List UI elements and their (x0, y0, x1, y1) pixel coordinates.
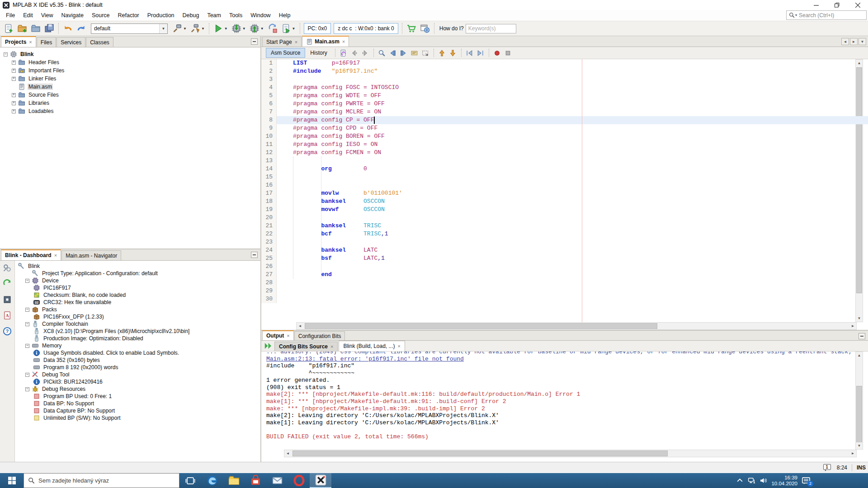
code-line[interactable]: 1LIST p=16F917 (261, 59, 868, 67)
tree-item-xc8-v2-10-d[interactable]: XC8 (v2.10) [D:\Program Files (x86)\Micr… (15, 328, 260, 335)
bm-prev-button[interactable] (437, 48, 447, 58)
rerun-build-icon[interactable] (264, 342, 273, 350)
expand-icon[interactable]: + (12, 61, 16, 65)
tree-item-loadables[interactable]: +Loadables (0, 107, 260, 115)
menu-tools[interactable]: Tools (225, 11, 246, 20)
scroll-tabs-left-button[interactable]: ◄ (841, 38, 849, 45)
keywords-input[interactable]: Keyword(s) (466, 24, 516, 33)
code-line[interactable]: 12#pragma config FCMEN = ON (261, 149, 868, 157)
prev-occ-button[interactable] (388, 48, 398, 58)
tab-editor-main-asm[interactable]: Main.asm× (302, 36, 349, 47)
tree-item-device[interactable]: −Device (15, 277, 260, 284)
taskbar-file-explorer[interactable] (223, 473, 245, 488)
tree-item-data-bp[interactable]: Data BP: No Support (15, 400, 260, 407)
configuration-select[interactable]: default▼ (91, 23, 168, 34)
tab-dashboard-main-asm-navigator[interactable]: Main.asm - Navigator (61, 250, 121, 260)
tree-item-debug-tool[interactable]: −Debug Tool (15, 371, 260, 378)
close-icon[interactable]: × (54, 253, 57, 258)
tray-chevron-icon[interactable] (736, 477, 744, 484)
code-line[interactable]: 23 (261, 238, 868, 246)
stop-button[interactable] (503, 48, 513, 58)
tree-item-header-files[interactable]: +Header Files (0, 58, 260, 66)
menu-source[interactable]: Source (88, 11, 114, 20)
tree-item-production-image[interactable]: Production Image: Optimization: Disabled (15, 335, 260, 342)
code-line[interactable]: 5#pragma config WDTE = OFF (261, 92, 868, 100)
expand-icon[interactable]: + (12, 109, 16, 113)
record-button[interactable] (492, 48, 502, 58)
dashboard-props-button[interactable] (3, 263, 12, 279)
bm-next-button[interactable] (448, 48, 458, 58)
menu-production[interactable]: Production (143, 11, 179, 20)
build-output-console[interactable]: ::: advisory: (2049) C99 compliant libra… (261, 352, 855, 450)
code-editor[interactable]: 1LIST p=16F9172#include "p16f917.inc"34#… (261, 59, 868, 322)
dashboard-window-button[interactable] (3, 295, 12, 311)
clock[interactable]: 16:39 10.04.2020 (771, 475, 797, 487)
clean-and-build-button[interactable]: ▼ (189, 22, 207, 35)
forward-button[interactable] (360, 48, 370, 58)
find-sel-button[interactable] (377, 48, 387, 58)
tree-item-program-8-192-0x2000-words[interactable]: Program 8 192 (0x2000) words (15, 364, 260, 371)
tree-item-packs[interactable]: −Packs (15, 306, 260, 313)
minimize-panel-button[interactable] (859, 333, 865, 339)
minimize-button[interactable] (806, 0, 826, 10)
code-line[interactable]: 19 movwf OSCCON (261, 206, 868, 214)
taskbar-mplab[interactable] (310, 473, 331, 488)
menu-help[interactable]: Help (275, 11, 295, 20)
code-line[interactable]: 6#pragma config PWRTE = OFF (261, 100, 868, 108)
open-project-button[interactable] (29, 22, 42, 35)
taskbar-search-input[interactable]: Sem zadejte hledaný výraz (24, 473, 179, 488)
tree-item-checksum[interactable]: Checksum: Blank, no code loaded (15, 291, 260, 299)
minimize-panel-button[interactable] (251, 252, 258, 258)
code-line[interactable]: 28 (261, 279, 868, 287)
code-line[interactable]: 11#pragma config IESO = ON (261, 141, 868, 149)
expand-icon[interactable]: + (12, 101, 16, 105)
close-button[interactable] (847, 0, 868, 10)
close-icon[interactable]: × (295, 40, 297, 44)
shift-left-button[interactable] (465, 48, 475, 58)
new-project-button[interactable] (15, 22, 29, 35)
taskbar-mail[interactable] (266, 473, 288, 488)
error-link[interactable]: Main.asm:2:13: fatal error: 'p16f917.inc… (266, 356, 855, 363)
next-occ-button[interactable] (399, 48, 409, 58)
back-button[interactable] (349, 48, 359, 58)
tab-projects-projects[interactable]: Projects× (1, 36, 36, 47)
taskbar-store[interactable] (245, 473, 266, 488)
output-horizontal-scrollbar[interactable]: ◄ ► (284, 450, 857, 457)
history-button[interactable]: History (305, 48, 332, 58)
last-edit-button[interactable] (339, 48, 349, 58)
code-line[interactable]: 13 (261, 157, 868, 165)
collapse-icon[interactable]: − (25, 322, 29, 326)
menu-refactor[interactable]: Refactor (114, 11, 143, 20)
redo-button[interactable] (75, 22, 88, 35)
action-center-icon[interactable]: 2 (802, 476, 811, 485)
tree-item-important-files[interactable]: +Important Files (0, 66, 260, 75)
code-line[interactable]: 3 (261, 75, 868, 84)
collapse-icon[interactable]: − (25, 308, 29, 312)
tree-item-unlimited-bp-s-w[interactable]: Unlimited BP (S/W): No Support (15, 414, 260, 422)
tree-item-blink[interactable]: Blink (15, 263, 260, 270)
collapse-icon[interactable]: − (25, 373, 29, 377)
dashboard-pdf-button[interactable]: A (3, 311, 12, 327)
code-line[interactable]: 17 movlw b'01100101' (261, 189, 868, 197)
tree-item-pic16fxxx-dfp-1-2-33[interactable]: PIC16Fxxx_DFP (1.2.33) (15, 313, 260, 320)
run-project-button[interactable]: ▼ (212, 22, 230, 35)
close-icon[interactable]: × (287, 333, 289, 338)
code-line[interactable]: 8#pragma config CP = OFF (261, 116, 868, 124)
global-search-input[interactable]: ▾ Search (Ctrl+I) (786, 10, 867, 20)
collapse-icon[interactable]: − (4, 52, 8, 56)
menu-navigate[interactable]: Navigate (57, 11, 88, 20)
save-all-button[interactable] (42, 22, 56, 35)
menu-debug[interactable]: Debug (179, 11, 203, 20)
make-and-program-device-button[interactable]: ▼ (230, 22, 248, 35)
code-line[interactable]: 15 (261, 173, 868, 181)
dashboard-refresh-button[interactable] (3, 279, 12, 295)
tree-item-compiler-toolchain[interactable]: −Compiler Toolchain (15, 320, 260, 328)
collapse-icon[interactable]: − (25, 279, 29, 283)
close-icon[interactable]: × (29, 40, 32, 44)
tree-item-debug-resources[interactable]: −Debug Resources (15, 385, 260, 393)
collapse-icon[interactable]: − (25, 387, 29, 391)
taskbar-edge[interactable] (201, 473, 223, 488)
notification-balloon-icon[interactable]: 1 (822, 464, 832, 472)
rect-sel-button[interactable] (420, 48, 430, 58)
code-line[interactable]: 26 (261, 263, 868, 271)
